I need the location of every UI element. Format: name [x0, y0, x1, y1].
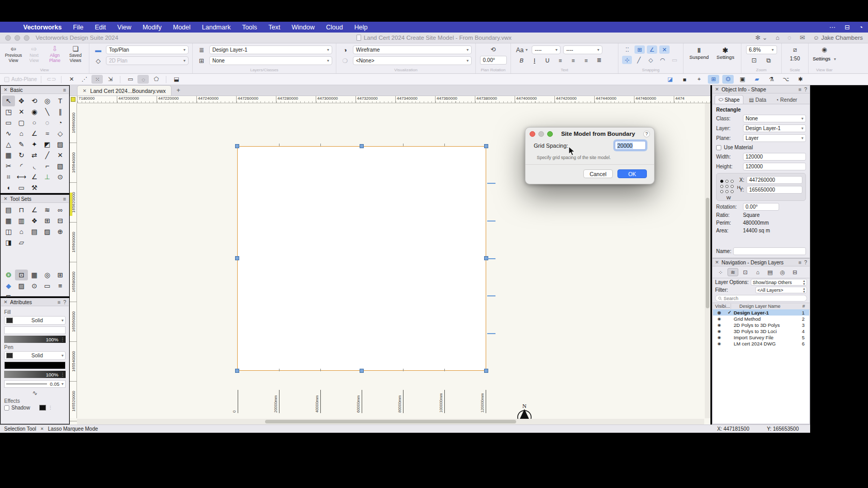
window-controls[interactable]	[5, 35, 29, 41]
eye-icon[interactable]: ◉	[819, 45, 830, 54]
visibility-eye-icon[interactable]: ◉	[713, 335, 725, 340]
saved-views-icon[interactable]: ◎	[777, 268, 788, 276]
building-tool[interactable]: ⌂	[15, 226, 28, 237]
triangle-tool[interactable]: △	[2, 139, 15, 150]
hamburger-menu-icon[interactable]: ≡	[799, 87, 802, 92]
road-tool[interactable]: ≋	[41, 204, 54, 215]
help-icon[interactable]: ?	[63, 300, 66, 305]
selection-handle[interactable]	[235, 369, 239, 373]
clip-cube-icon[interactable]: ■	[679, 75, 690, 84]
mirror-tool[interactable]: ⇄	[28, 150, 41, 161]
layer-row[interactable]: ◉ Design Layer-1 1	[713, 309, 809, 316]
reshape-tool[interactable]: ▦	[2, 150, 15, 161]
object-info-tab[interactable]: ▤Data	[745, 95, 770, 104]
fillet-tool[interactable]: ◜	[15, 161, 28, 171]
home-icon[interactable]: ⌂	[776, 34, 779, 41]
menu-item[interactable]: Edit	[89, 22, 112, 33]
flyover-tool[interactable]: ⟲	[28, 96, 41, 106]
render-mode-icon[interactable]: ◑	[340, 46, 350, 54]
anchor-point-grid[interactable]: H W	[720, 179, 735, 195]
line-weight-dropdown[interactable]: 0.05▾	[4, 380, 66, 388]
menu-item[interactable]: Help	[349, 22, 374, 33]
align-right-icon[interactable]: ≡	[581, 56, 591, 64]
active-layer-dropdown[interactable]: Design Layer-1▾	[209, 45, 332, 54]
boundary-rectangle[interactable]	[237, 146, 486, 371]
plane-dropdown[interactable]: Layer▾	[743, 134, 806, 142]
filter-dropdown[interactable]: <All Layers>▴▾	[755, 287, 807, 293]
offset-tool[interactable]: ╱	[41, 150, 54, 161]
polyline-tool[interactable]: ∠	[28, 128, 41, 139]
circle-tool[interactable]: ○	[28, 117, 41, 128]
layers-stack-icon[interactable]: ≣	[196, 46, 207, 54]
rotation-field[interactable]: 0.00°	[743, 203, 779, 211]
view-preset-icon[interactable]: ▬	[93, 46, 103, 54]
x-coordinate-field[interactable]: 447260000	[747, 176, 802, 184]
irrigation-tool[interactable]: ∞	[54, 204, 67, 215]
chamfer-tool[interactable]: ◟	[28, 161, 41, 171]
pen-opacity-slider[interactable]: 100%⋮	[4, 371, 66, 378]
hamburger-menu-icon[interactable]: ≡	[63, 196, 66, 202]
menu-item[interactable]: View	[112, 22, 137, 33]
help-icon[interactable]: ?	[804, 260, 807, 265]
visibility-eye-icon[interactable]: ◉	[713, 317, 725, 321]
text-tool[interactable]: T	[54, 96, 67, 106]
hamburger-menu-icon[interactable]: ≡	[63, 87, 66, 93]
plaque-tool[interactable]: ▭	[41, 280, 54, 291]
arc-tool[interactable]: ◔	[54, 117, 67, 128]
polygon-marquee-icon[interactable]: ⬠	[150, 75, 162, 84]
snap-distance-icon[interactable]: ◇	[646, 56, 656, 64]
plan-rotation-icon[interactable]: ⟲	[488, 45, 499, 54]
inbox-icon[interactable]: ✉	[800, 34, 805, 41]
stairs-tool[interactable]: ≡	[54, 280, 67, 291]
render-style-dropdown[interactable]: <None>▾	[353, 56, 472, 65]
wand-tool[interactable]: ✦	[28, 139, 41, 150]
help-icon[interactable]: ?	[804, 87, 807, 92]
menu-item[interactable]: Text	[263, 22, 286, 33]
selection-handle[interactable]	[235, 144, 239, 148]
fill-style-dropdown[interactable]: Solid ▾	[4, 316, 66, 325]
massing-model-tool[interactable]: ◫	[2, 226, 15, 237]
rectangle-marquee-icon[interactable]: ▭	[125, 75, 136, 84]
callout-tool[interactable]: ◳	[2, 106, 15, 117]
snapping-settings-button[interactable]: ✱Settings	[714, 46, 737, 60]
align-justify-icon[interactable]: ≣	[594, 56, 604, 64]
grid-spacing-input[interactable]: 20000	[615, 141, 646, 150]
trim-tool[interactable]: ✕	[54, 150, 67, 161]
selection-handle[interactable]	[360, 369, 364, 373]
visibility-eye-icon[interactable]: ◉	[713, 310, 725, 315]
design-layers-icon[interactable]: ≋	[727, 268, 738, 276]
layer-search-field[interactable]	[715, 295, 807, 302]
oval-tool[interactable]: ◌	[41, 117, 54, 128]
menu-item[interactable]: Tools	[236, 22, 262, 33]
layer-row[interactable]: ◉ Grid Method 2	[713, 316, 809, 322]
compass-tool[interactable]: ◎	[41, 270, 54, 280]
select-similar-tool[interactable]: ◩	[41, 139, 54, 150]
layer-row[interactable]: ◉ 3D Polys to 3D Loci 4	[713, 328, 809, 334]
site-grid-tool[interactable]: ⊞	[41, 215, 54, 226]
tape-measure-tool[interactable]: ⊙	[54, 171, 67, 182]
snap-smart-edge-icon[interactable]: ╱	[634, 56, 644, 64]
align-plane-button[interactable]: ⇩Align Plane	[45, 45, 65, 64]
suspend-snapping-button[interactable]: ‖Suspend	[687, 46, 711, 60]
document-tab[interactable]: ✕ Land Cert 2024...Boundary.vwx	[77, 85, 172, 96]
close-tab-icon[interactable]: ✕	[83, 88, 87, 93]
frame-tool[interactable]: ▭	[15, 182, 28, 193]
drag-dots-icon[interactable]: ⋮	[48, 405, 52, 410]
camera-view-icon[interactable]: ⏣	[722, 75, 734, 84]
texture-bed-tool[interactable]: ▨	[15, 280, 28, 291]
snap-loupe-icon[interactable]: ⌖	[693, 75, 705, 84]
ok-button[interactable]: OK	[617, 169, 647, 178]
landscape-wall-tool[interactable]: ▦	[2, 215, 15, 226]
dimension-tool[interactable]: ⟷	[15, 171, 28, 182]
stake-tool[interactable]: ◉	[28, 106, 41, 117]
screen-mirroring-icon[interactable]: ⊟	[845, 24, 850, 31]
site-modifier-tool[interactable]: ⊟	[54, 215, 67, 226]
marquee-select-tool[interactable]: ▨	[54, 139, 67, 150]
water-drop-tool[interactable]: ◆	[2, 280, 15, 291]
protractor-tool[interactable]: ◖	[2, 182, 15, 193]
snap-intersection-icon[interactable]: ✕	[659, 45, 670, 54]
line-style-button[interactable]: ∿	[4, 389, 66, 397]
viewbar-settings-button[interactable]: Settings ▾	[813, 56, 836, 61]
new-tab-button[interactable]: +	[177, 87, 180, 96]
pen-style-dropdown[interactable]: Solid ▾	[4, 351, 66, 360]
